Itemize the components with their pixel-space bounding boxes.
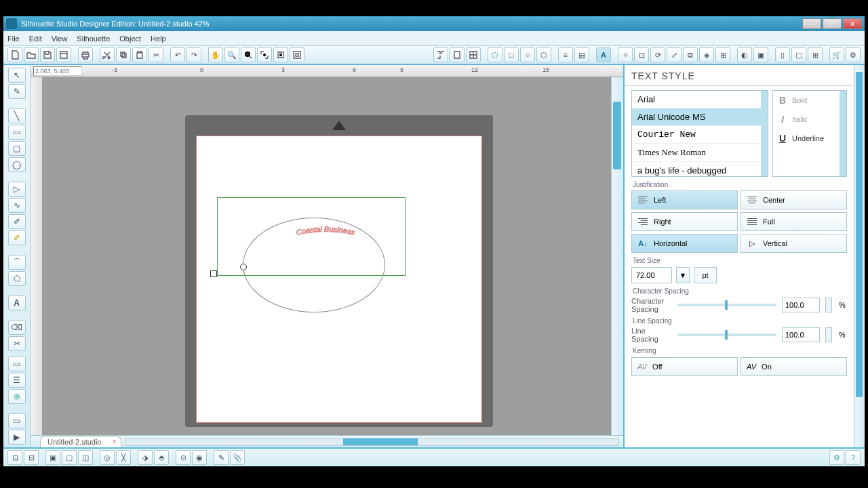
compound-icon[interactable]: ◎: [100, 450, 115, 465]
ungroup-icon[interactable]: ⊟: [24, 450, 39, 465]
store-icon[interactable]: 🛒: [829, 47, 844, 62]
charspacing-slider[interactable]: [677, 304, 776, 306]
charspacing-spinner[interactable]: [825, 298, 832, 312]
justify-full-button[interactable]: Full: [741, 212, 847, 231]
bring-front-icon[interactable]: ▣: [45, 450, 60, 465]
horizontal-scrollbar[interactable]: [125, 438, 620, 446]
offset-icon[interactable]: ✧: [618, 47, 633, 62]
path-start-handle[interactable]: [210, 270, 217, 277]
polygon-tool-icon[interactable]: ▷: [8, 182, 26, 197]
font-list-scrollbar[interactable]: [761, 91, 768, 176]
smooth-freehand-icon[interactable]: ✐: [8, 230, 26, 245]
line-tool-icon[interactable]: ╲: [8, 108, 26, 123]
font-option[interactable]: Courier New: [632, 126, 768, 144]
zoom-drag-icon[interactable]: [273, 47, 288, 62]
ellipse-tool-icon[interactable]: ◯: [8, 157, 26, 172]
fit-page-icon[interactable]: [290, 47, 304, 62]
play-icon[interactable]: ▶: [8, 430, 26, 445]
design-view-icon[interactable]: ▭: [8, 357, 26, 371]
close-tab-icon[interactable]: ×: [113, 438, 117, 445]
undo-icon[interactable]: ↶: [170, 47, 185, 62]
style-list-scrollbar[interactable]: [840, 91, 846, 176]
orient-vertical-button[interactable]: ▷Vertical: [741, 234, 847, 253]
linespacing-value[interactable]: 100.0: [782, 327, 820, 342]
menu-file[interactable]: File: [7, 35, 20, 43]
curve-tool-icon[interactable]: ∿: [8, 198, 26, 213]
linespacing-slider[interactable]: [677, 333, 776, 336]
rounded-rect-tool-icon[interactable]: ▢: [8, 141, 26, 156]
cut-settings-icon[interactable]: ▢: [791, 47, 806, 62]
offset2-icon[interactable]: ◉: [192, 450, 207, 465]
ellipse-shape[interactable]: [243, 218, 385, 312]
shape-circle-icon[interactable]: ○: [520, 47, 535, 62]
justify-center-button[interactable]: Center: [741, 190, 847, 209]
font-option[interactable]: Times New Roman: [632, 144, 768, 162]
settings-gear-icon[interactable]: ⚙: [829, 450, 844, 465]
edit-points-icon[interactable]: ✎: [8, 84, 26, 99]
bold-toggle[interactable]: BBold: [773, 91, 846, 110]
eraser-tool-icon[interactable]: ⌫: [8, 320, 26, 335]
charspacing-value[interactable]: 100.0: [782, 298, 820, 312]
send-silhouette-icon[interactable]: ▭: [8, 413, 26, 428]
scale-icon[interactable]: ⤢: [667, 47, 682, 62]
replicate-icon[interactable]: ⧉: [683, 47, 698, 62]
fill-icon[interactable]: ▤: [574, 47, 589, 62]
font-option[interactable]: a bug's life - debugged: [632, 162, 768, 177]
menu-edit[interactable]: Edit: [29, 35, 42, 43]
align-icon[interactable]: ⊡: [634, 47, 649, 62]
font-option[interactable]: Arial: [632, 91, 768, 108]
grid-icon[interactable]: [466, 47, 481, 62]
font-option[interactable]: Arial Unicode MS: [632, 108, 768, 126]
rotate-icon[interactable]: ⟳: [650, 47, 665, 62]
kerning-on-button[interactable]: AVOn: [741, 357, 847, 376]
shape-hexagon-icon[interactable]: ⬡: [536, 47, 551, 62]
page-setup-icon[interactable]: [450, 47, 465, 62]
linespacing-spinner[interactable]: [825, 327, 832, 342]
weld-icon[interactable]: ⬗: [138, 450, 153, 465]
rectangle-tool-icon[interactable]: ▭: [8, 125, 26, 140]
store-view-icon[interactable]: ⊕: [8, 389, 26, 404]
cut-icon[interactable]: [100, 47, 115, 62]
center-icon[interactable]: ⊙: [176, 450, 191, 465]
open-file-icon[interactable]: [24, 47, 39, 62]
justify-right-button[interactable]: Right: [631, 212, 738, 231]
italic-toggle[interactable]: IItalic: [773, 110, 846, 129]
panel-scrollbar[interactable]: [854, 65, 865, 447]
new-file-icon[interactable]: [7, 47, 22, 62]
save-icon[interactable]: [40, 47, 55, 62]
eyedropper-icon[interactable]: ✎: [214, 450, 229, 465]
path-control-point[interactable]: [240, 264, 247, 270]
redo-icon[interactable]: ↷: [186, 47, 201, 62]
close-button[interactable]: ✕: [843, 18, 862, 29]
zoom-selection-icon[interactable]: [257, 47, 272, 62]
justify-left-button[interactable]: Left: [631, 190, 738, 209]
freehand-tool-icon[interactable]: ✐: [8, 214, 26, 229]
orient-horizontal-button[interactable]: A↓Horizontal: [631, 234, 738, 253]
textsize-input[interactable]: 72.00: [631, 267, 672, 283]
print-icon[interactable]: [78, 47, 93, 62]
select-tool-icon[interactable]: ↖: [8, 68, 26, 83]
shape-pentagon-icon[interactable]: ⬠: [488, 47, 502, 62]
nesting-icon[interactable]: ⊞: [715, 47, 730, 62]
help-icon[interactable]: ?: [846, 450, 861, 465]
zoom-in-icon[interactable]: 🔍: [224, 47, 239, 62]
text-style-icon[interactable]: A: [596, 47, 611, 62]
maximize-button[interactable]: □: [823, 18, 842, 29]
release-compound-icon[interactable]: ╳: [116, 450, 131, 465]
underline-toggle[interactable]: UUnderline: [773, 129, 846, 148]
regular-polygon-icon[interactable]: ⬠: [8, 271, 26, 286]
font-list[interactable]: Arial Arial Unicode MS Courier New Times…: [631, 90, 768, 177]
detach-icon[interactable]: ⬘: [154, 450, 169, 465]
knife-tool-icon[interactable]: ✂: [8, 336, 26, 351]
pan-icon[interactable]: ✋: [208, 47, 223, 62]
preferences-icon[interactable]: ⚙: [846, 47, 861, 62]
kerning-off-button[interactable]: AVOff: [631, 357, 738, 376]
document-tab[interactable]: Untitled-2.studio ×: [40, 436, 121, 447]
save-library-icon[interactable]: [56, 47, 71, 62]
text-tool-icon[interactable]: A: [8, 296, 26, 310]
minimize-button[interactable]: ─: [802, 18, 821, 29]
menu-silhouette[interactable]: Silhouette: [77, 35, 110, 43]
shape-square-icon[interactable]: □: [504, 47, 519, 62]
arc-tool-icon[interactable]: ⌒: [8, 255, 26, 270]
zoom-out-icon[interactable]: [241, 47, 256, 62]
